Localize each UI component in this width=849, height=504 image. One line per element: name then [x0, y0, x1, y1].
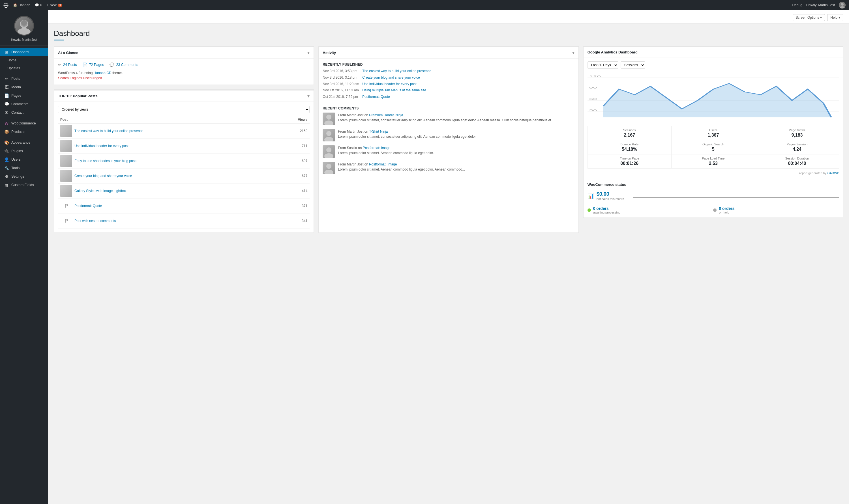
sidebar-item-custom-fields[interactable]: ▦ Custom Fields [0, 181, 48, 189]
sidebar-item-plugins[interactable]: 🔌 Plugins [0, 147, 48, 155]
activity-post-link[interactable]: Use individual header for every post. [362, 82, 418, 87]
middle-column: Activity ▾ Recently Published Nov 3rd 20… [318, 46, 579, 233]
table-row: P Post with nested comments 341 [58, 214, 309, 229]
post-title-link[interactable]: Postformat: Quote [74, 204, 102, 209]
svg-point-6 [326, 114, 331, 120]
gadwp-link[interactable]: GADWP [827, 172, 839, 175]
svg-point-10 [326, 147, 331, 152]
post-cell: P Post with nested comments [58, 214, 275, 229]
ga-stat-value: 2,167 [590, 133, 669, 138]
activity-item: Oct 21st 2016, 7:59 pm Postformat: Quote [323, 94, 574, 99]
dashboard-icon: ⊞ [4, 50, 9, 54]
svg-text:30: 30 [589, 109, 597, 112]
post-views: 371 [275, 199, 309, 214]
ga-stat-cell: Page Load Time 2.53 [672, 155, 755, 168]
adminbar-debug[interactable]: Debug [792, 3, 802, 7]
top-posts-widget: TOP 10: Popular Posts ▾ Ordered by views… [54, 89, 314, 233]
ga-period-select[interactable]: Last 30 Days [587, 61, 618, 69]
sidebar-item-products[interactable]: 📦 Products [0, 128, 48, 136]
edit-icon: ✏ [58, 62, 61, 67]
comment-post-link[interactable]: Postformat: Image [363, 146, 391, 150]
adminbar-new[interactable]: + New 3 [47, 3, 62, 7]
activity-date: Oct 21st 2016, 7:59 pm [323, 94, 359, 99]
sidebar-item-home[interactable]: Home [0, 56, 48, 64]
products-icon: 📦 [4, 129, 9, 134]
table-row: The easiest way to build your online pre… [58, 124, 309, 139]
page-title-underline [54, 40, 64, 40]
activity-date: Nov 3rd 2016, 3:53 pm [323, 69, 359, 74]
ga-stat-label: Sessions [590, 128, 669, 132]
sidebar-item-users[interactable]: 👤 Users [0, 155, 48, 164]
content-area: Screen Options ▾ Help ▾ Dashboard At a G… [48, 10, 849, 504]
svg-text:60: 60 [589, 97, 597, 101]
page-icon: 📄 [83, 62, 87, 67]
ga-metric-select[interactable]: Sessions [621, 61, 645, 69]
post-title-link[interactable]: Create your blog and share your voice [74, 174, 132, 178]
theme-link[interactable]: Hannah CD [94, 71, 111, 75]
adminbar-site-name[interactable]: 🏠 Hannah [13, 3, 30, 7]
avatar-image [15, 17, 33, 35]
avatar[interactable] [839, 2, 846, 8]
comment-body: Lorem ipsum dolor sit amet, consectetuer… [338, 134, 477, 139]
ga-stat-value: 1,367 [674, 133, 753, 138]
activity-post-link[interactable]: Create your blog and share your voice [362, 75, 420, 80]
sidebar-item-posts[interactable]: ✏ Posts [0, 74, 48, 83]
sidebar-item-contact[interactable]: ✉ Contact [0, 108, 48, 117]
appearance-icon: 🎨 [4, 140, 9, 145]
woo-sales: 📊 $0.00 net sales this month [584, 189, 843, 203]
comment-body: Lorem ipsum dolor sit amet. Aenean commo… [338, 167, 465, 172]
sidebar-item-dashboard[interactable]: ⊞ Dashboard [0, 48, 48, 56]
ga-body: Last 30 Days Sessions [584, 57, 843, 179]
comment-post-link[interactable]: Premium Hoodie Ninja [369, 113, 403, 117]
post-title-link[interactable]: Gallery Styles with Image Lightbox [74, 188, 126, 194]
help-button[interactable]: Help ▾ [827, 14, 843, 21]
wp-logo-icon[interactable]: ⨁ [3, 2, 8, 8]
right-column: Google Analytics Dashboard Last 30 Days … [583, 46, 843, 233]
post-thumbnail [60, 155, 72, 167]
woo-order-info: 0 orders on-hold [719, 206, 735, 214]
activity-post-link[interactable]: Using multiple Tab Menus at the same sit… [362, 88, 426, 93]
post-title-link[interactable]: Post with nested comments [74, 219, 116, 223]
svg-point-11 [324, 153, 333, 158]
post-title-link[interactable]: Easy to use shortcodes in your blog post… [74, 159, 137, 163]
comment-post-link[interactable]: T-Shirt Ninja [369, 129, 388, 133]
top-posts-toggle[interactable]: ▾ [307, 93, 309, 99]
activity-toggle[interactable]: ▾ [572, 50, 574, 55]
woo-order-count[interactable]: 0 orders [719, 206, 735, 211]
sidebar-item-pages[interactable]: 📄 Pages [0, 91, 48, 100]
table-row: Gallery Styles with Image Lightbox 414 [58, 183, 309, 199]
comment-avatar [323, 145, 335, 158]
svg-text:90: 90 [589, 86, 597, 89]
woo-orders: 0 orders awaiting processing 0 orders on… [584, 203, 843, 217]
comment-text: From Martin Jost on T-Shirt Ninja Lorem … [338, 129, 477, 141]
comments-count-link[interactable]: 23 Comments [116, 63, 138, 67]
ga-stat-value: 54.18% [590, 147, 669, 152]
top-posts-title: TOP 10: Popular Posts [58, 94, 98, 98]
top-posts-body: Ordered by views Post Views [54, 102, 314, 233]
woo-order-label: on-hold [719, 211, 735, 214]
pages-count-link[interactable]: 72 Pages [89, 63, 104, 67]
sidebar-item-settings[interactable]: ⚙ Settings [0, 172, 48, 181]
sidebar-item-comments[interactable]: 💬 Comments [0, 100, 48, 108]
sidebar-item-media[interactable]: 🖼 Media [0, 83, 48, 91]
sidebar-item-updates[interactable]: Updates [0, 64, 48, 72]
adminbar-comments[interactable]: 💬 0 [35, 3, 42, 7]
sidebar-item-tools[interactable]: 🔧 Tools [0, 164, 48, 172]
posts-count-link[interactable]: 24 Posts [63, 63, 77, 67]
woo-order-count[interactable]: 0 orders [593, 206, 621, 211]
sidebar-item-appearance[interactable]: 🎨 Appearance [0, 138, 48, 147]
top-posts-select[interactable]: Ordered by views [58, 106, 309, 113]
comment-post-link[interactable]: Postformat: Image [369, 162, 397, 166]
woocommerce-icon: W [4, 121, 9, 126]
ga-controls: Last 30 Days Sessions [587, 61, 839, 69]
comment-text: From Martin Jost on Postformat: Image Lo… [338, 162, 465, 174]
activity-post-link[interactable]: Postformat: Quote [362, 94, 390, 99]
post-title-link[interactable]: The easiest way to build your online pre… [74, 129, 143, 133]
adminbar-howdy[interactable]: Howdy, Martin Jost [806, 3, 835, 7]
activity-header: Activity ▾ [319, 47, 578, 58]
post-title-link[interactable]: Use individual header for every post. [74, 144, 130, 148]
screen-options-button[interactable]: Screen Options ▾ [793, 14, 825, 21]
at-a-glance-toggle[interactable]: ▾ [307, 50, 309, 55]
sidebar-item-woocommerce[interactable]: W WooCommerce [0, 119, 48, 128]
activity-post-link[interactable]: The easiest way to build your online pre… [362, 69, 431, 74]
